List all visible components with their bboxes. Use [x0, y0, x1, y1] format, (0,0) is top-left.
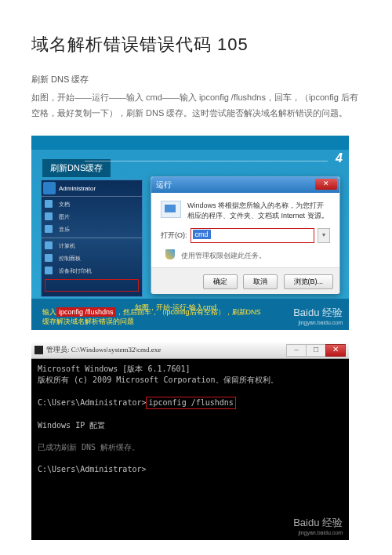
cancel-button[interactable]: 取消	[243, 274, 278, 289]
start-menu: Administrator 文档 图片 音乐 计算机 控制面板 设备和打印机	[41, 180, 143, 297]
page-title: 域名解析错误错误代码 105	[31, 33, 361, 56]
cmd-titlebar: 管理员: C:\Windows\system32\cmd.exe – □ ✕	[31, 343, 349, 359]
open-input[interactable]: cmd	[191, 228, 315, 243]
run-dialog: 运行 ✕ Windows 将根据您所输入的名称，为您打开相应的程序、文件夹、文档…	[151, 176, 340, 294]
start-menu-item: 音乐	[42, 223, 142, 236]
start-menu-item: 设备和打印机	[42, 265, 142, 278]
run-highlight	[45, 279, 139, 292]
printer-icon	[45, 267, 53, 274]
dropdown-icon[interactable]: ▾	[318, 228, 330, 243]
figure-run-dialog: 刷新DNS缓存 4 Administrator 文档 图片 音乐 计算机 控制面…	[31, 136, 349, 330]
shield-icon	[165, 249, 175, 259]
close-button[interactable]: ✕	[325, 344, 346, 357]
open-input-value: cmd	[193, 230, 211, 239]
minimize-button[interactable]: –	[286, 344, 307, 357]
admin-hint: 使用管理权限创建此任务。	[151, 248, 339, 267]
figure-tab-label: 刷新DNS缓存	[42, 159, 111, 177]
watermark: Baidu 经验 jingyan.baidu.com	[293, 306, 343, 325]
figure-cmd-window: 管理员: C:\Windows\system32\cmd.exe – □ ✕ M…	[31, 343, 349, 540]
computer-icon	[45, 241, 53, 249]
cmd-title: 管理员: C:\Windows\system32\cmd.exe	[46, 345, 161, 355]
start-menu-item: 控制面板	[42, 252, 142, 265]
watermark: Baidu 经验 jingyan.baidu.com	[293, 516, 343, 535]
dialog-buttons: 确定 取消 浏览(B)...	[151, 267, 339, 294]
step-number: 4	[336, 151, 343, 165]
figure-caption-2: 输入ipconfig /flushdns，然后回车，（ipconfig后有空格）…	[42, 308, 263, 326]
body-paragraph: 如图，开始——运行——输入 cmd——输入 ipconfig /flushdns…	[31, 90, 361, 122]
start-menu-item: 文档	[42, 198, 142, 211]
folder-icon	[45, 200, 53, 208]
start-menu-item: 计算机	[42, 240, 142, 252]
caption-highlight: ipconfig /flushdns	[56, 307, 116, 317]
folder-icon	[45, 225, 53, 233]
dialog-titlebar: 运行 ✕	[151, 177, 339, 193]
avatar-icon	[43, 182, 56, 194]
folder-icon	[45, 212, 53, 220]
maximize-button[interactable]: □	[306, 344, 326, 357]
close-button[interactable]: ✕	[315, 179, 337, 190]
cmd-icon	[34, 346, 43, 354]
terminal-output: Microsoft Windows [版本 6.1.7601] 版权所有 (c)…	[31, 359, 349, 480]
control-panel-icon	[45, 254, 53, 262]
figure-header-bar	[31, 136, 349, 150]
start-menu-item: 图片	[42, 211, 142, 223]
run-icon	[161, 201, 181, 218]
open-label: 打开(O):	[161, 230, 187, 241]
section-subtitle: 刷新 DNS 缓存	[31, 74, 361, 85]
cmd-highlight: ipconfig /flushdns	[146, 397, 235, 409]
dialog-title-text: 运行	[156, 180, 172, 189]
ok-button[interactable]: 确定	[203, 274, 238, 289]
start-menu-user: Administrator	[42, 180, 142, 194]
dialog-description: Windows 将根据您所输入的名称，为您打开相应的程序、文件夹、文档或 Int…	[187, 201, 330, 222]
browse-button[interactable]: 浏览(B)...	[284, 274, 334, 289]
